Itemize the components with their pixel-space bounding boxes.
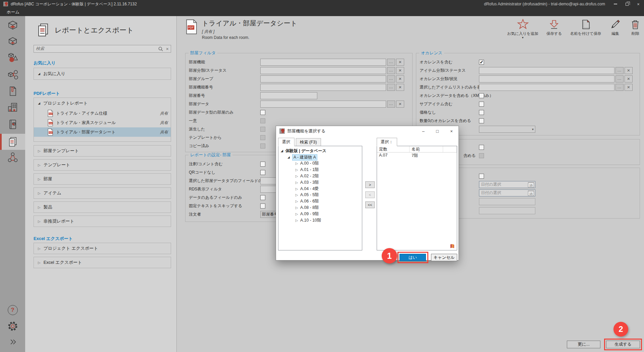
checkbox[interactable] bbox=[479, 118, 484, 123]
collapsed-arrow-icon[interactable]: ▷ bbox=[295, 174, 298, 178]
calendar-icon[interactable]: 15 bbox=[528, 190, 534, 196]
checkbox[interactable] bbox=[479, 145, 484, 150]
report-tree-item[interactable]: PDF トライアル・部屋データシート 共有 bbox=[34, 127, 171, 137]
collapsed-arrow-icon[interactable]: ▷ bbox=[295, 212, 298, 216]
collapsed-arrow-icon[interactable]: ▷ bbox=[295, 219, 298, 222]
clear-button[interactable] bbox=[625, 84, 633, 91]
date-picker-from[interactable]: 日付の選択 15 bbox=[479, 181, 535, 188]
lookup-button[interactable] bbox=[387, 59, 395, 66]
checkbox[interactable] bbox=[260, 170, 265, 175]
checkbox[interactable] bbox=[479, 153, 484, 158]
sidebar-item-documents[interactable] bbox=[0, 83, 25, 99]
report-group-collapsed[interactable]: ▷ 部屋テンプレート bbox=[34, 145, 171, 157]
text-field[interactable] bbox=[260, 67, 386, 74]
tree-item-floor[interactable]: ▷ A.05 - 5階 bbox=[280, 192, 362, 198]
project-reports-group-header[interactable]: ◢ プロジェクトレポート bbox=[34, 98, 171, 109]
collapsed-arrow-icon[interactable]: ▷ bbox=[295, 187, 298, 191]
lookup-button[interactable] bbox=[387, 67, 395, 74]
report-group-collapsed[interactable]: ▷ 部屋 bbox=[34, 173, 171, 185]
text-field[interactable] bbox=[260, 92, 317, 99]
report-group-collapsed[interactable]: ▷ 非推奨レポート bbox=[34, 216, 171, 227]
clear-search-icon[interactable]: × bbox=[166, 46, 169, 52]
lookup-button[interactable] bbox=[387, 84, 395, 91]
text-field[interactable] bbox=[260, 101, 386, 108]
column-header-name[interactable]: 名前 bbox=[410, 146, 443, 152]
tree-item-floor[interactable]: ▷ A.08 - 8階 bbox=[280, 204, 362, 211]
lookup-button[interactable] bbox=[615, 75, 624, 82]
report-tree-item[interactable]: PDF トライアル・アイテム仕様 共有 bbox=[34, 109, 171, 118]
search-icon[interactable] bbox=[158, 47, 163, 51]
checkbox[interactable] bbox=[479, 110, 484, 115]
lookup-button[interactable] bbox=[387, 101, 395, 108]
collapsed-arrow-icon[interactable]: ▷ bbox=[295, 193, 298, 197]
combo-box[interactable]: ▾ bbox=[479, 126, 535, 133]
checkbox[interactable] bbox=[260, 203, 265, 209]
more-button[interactable]: 更に... bbox=[567, 341, 600, 348]
text-field[interactable] bbox=[260, 84, 386, 91]
text-field[interactable] bbox=[479, 207, 535, 214]
sidebar-item-buildings[interactable] bbox=[0, 99, 25, 115]
tree-item-floor[interactable]: ▷ A.10 - 10階 bbox=[280, 217, 362, 224]
date-picker-to[interactable]: 日付の選択 15 bbox=[479, 189, 535, 196]
dialog-minimize-button[interactable]: – bbox=[416, 126, 430, 136]
clear-button[interactable] bbox=[396, 67, 404, 74]
collapsed-arrow-icon[interactable]: ▷ bbox=[295, 181, 298, 184]
collapsed-arrow-icon[interactable]: ▷ bbox=[295, 206, 298, 210]
minimize-button[interactable] bbox=[610, 0, 621, 8]
menu-home[interactable]: ホーム bbox=[0, 9, 23, 15]
checkbox[interactable] bbox=[479, 174, 484, 179]
clear-button[interactable] bbox=[625, 75, 633, 82]
checkbox[interactable] bbox=[260, 118, 265, 123]
checkbox[interactable] bbox=[260, 143, 265, 149]
move-right-button[interactable]: > bbox=[365, 181, 375, 188]
clear-button[interactable] bbox=[396, 75, 404, 82]
collapsed-arrow-icon[interactable]: ▷ bbox=[295, 199, 298, 203]
dialog-maximize-button[interactable]: □ bbox=[430, 126, 444, 136]
clear-button[interactable] bbox=[396, 59, 404, 66]
clear-button[interactable] bbox=[396, 101, 404, 108]
delete-button[interactable]: 削除 bbox=[629, 18, 641, 39]
text-field[interactable] bbox=[260, 75, 386, 82]
clear-button[interactable] bbox=[625, 67, 633, 74]
expanded-arrow-icon[interactable]: ◢ bbox=[287, 156, 290, 159]
text-field[interactable] bbox=[479, 75, 614, 82]
tree-item-floor[interactable]: ▷ A.00 - 0階 bbox=[280, 161, 362, 167]
tree-item-building[interactable]: ◢ A - 建築物 A bbox=[280, 154, 362, 161]
collapsed-arrow-icon[interactable]: ▷ bbox=[295, 168, 298, 172]
tree-item-floor[interactable]: ▷ A.04 - 4愛 bbox=[280, 186, 362, 192]
report-search-input[interactable]: 検索 × bbox=[34, 45, 171, 53]
sidebar-item-rooms[interactable] bbox=[0, 18, 25, 34]
save-as-button[interactable]: 名前を付けて保存 bbox=[570, 18, 601, 39]
tab-select[interactable]: 選択 bbox=[278, 138, 294, 146]
lookup-button[interactable] bbox=[387, 75, 395, 82]
report-group-collapsed[interactable]: ▷ アイテム bbox=[34, 187, 171, 199]
checkbox[interactable] bbox=[479, 102, 484, 107]
move-left-button[interactable]: < bbox=[365, 191, 375, 198]
checkbox[interactable] bbox=[260, 162, 265, 167]
report-tree-item[interactable]: PDF トライアル・家具スケジュール 共有 bbox=[34, 118, 171, 127]
generate-button[interactable]: 生成する bbox=[606, 341, 640, 348]
report-group-collapsed[interactable]: ▷ 製品 bbox=[34, 201, 171, 213]
export-group-collapsed[interactable]: ▷ Excel エクスポート bbox=[34, 257, 171, 268]
export-group-collapsed[interactable]: ▷ プロジェクト エクスポート bbox=[34, 243, 171, 254]
text-field[interactable] bbox=[479, 198, 535, 205]
sidebar-expand-button[interactable] bbox=[0, 334, 25, 350]
tab-search[interactable]: 検索 (F3) bbox=[296, 138, 321, 146]
collapsed-arrow-icon[interactable]: ▷ bbox=[295, 162, 298, 165]
sidebar-item-items[interactable] bbox=[0, 50, 25, 66]
sidebar-item-room-templates[interactable] bbox=[0, 34, 25, 50]
tree-item-floor[interactable]: ▷ A.06 - 6階 bbox=[280, 198, 362, 204]
move-all-left-button[interactable]: << bbox=[365, 201, 375, 208]
ok-button[interactable]: はい bbox=[399, 254, 426, 261]
dialog-close-button[interactable]: × bbox=[444, 126, 459, 136]
checkbox[interactable] bbox=[479, 60, 484, 65]
checkbox[interactable] bbox=[260, 195, 265, 200]
tree-item-floor[interactable]: ▷ A.01 - 1階 bbox=[280, 167, 362, 173]
text-field[interactable] bbox=[479, 84, 614, 91]
selected-row[interactable]: A.07 7階 bbox=[377, 153, 457, 159]
edit-button[interactable]: 編集 bbox=[609, 18, 621, 39]
clear-button[interactable] bbox=[396, 84, 404, 91]
checkbox[interactable] bbox=[260, 127, 265, 132]
lookup-button[interactable] bbox=[615, 84, 624, 91]
sidebar-item-products[interactable] bbox=[0, 67, 25, 83]
